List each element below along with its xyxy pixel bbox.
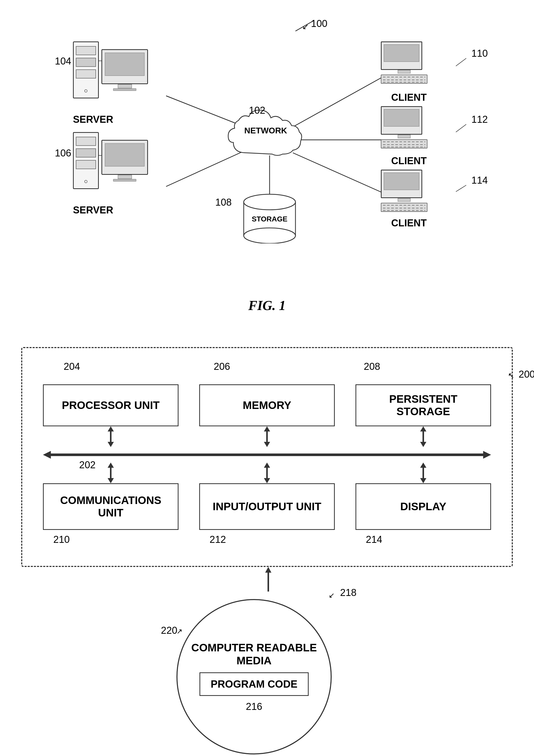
svg-text:STORAGE: STORAGE	[252, 215, 288, 223]
client-112	[381, 106, 427, 148]
program-code-box: PROGRAM CODE	[199, 672, 309, 696]
svg-line-13	[456, 185, 466, 192]
arrow-100: ↙	[302, 22, 309, 31]
fig1-label: FIG. 1	[215, 298, 319, 313]
svg-marker-24	[264, 442, 270, 447]
ref-110: 110	[471, 48, 488, 59]
svg-marker-20	[108, 426, 114, 431]
fig2-dashed-box: 200 ↖ 202 204 206 208	[21, 347, 513, 567]
lower-blocks: COMMUNICATIONS UNIT INPUT/OUTPUT UNIT DI…	[43, 483, 491, 530]
svg-marker-23	[264, 426, 270, 431]
ref-108: 108	[215, 197, 232, 208]
communications-unit-block: COMMUNICATIONS UNIT	[43, 483, 179, 530]
arrow-to-crmedia	[21, 567, 513, 594]
crmedia-circle: 218 ↙ COMPUTER READABLE MEDIA PROGRAM CO…	[176, 599, 332, 754]
storage: STORAGE	[239, 192, 301, 245]
display-block: DISPLAY	[355, 483, 491, 530]
svg-marker-41	[265, 567, 271, 573]
fig2-diagram: 200 ↖ 202 204 206 208	[21, 347, 513, 756]
ref-216: 216	[246, 701, 262, 712]
svg-point-16	[244, 194, 295, 210]
io-unit-block: INPUT/OUTPUT UNIT	[199, 483, 335, 530]
ref-212: 212	[199, 534, 335, 545]
svg-line-12	[456, 124, 466, 132]
ref-210: 210	[43, 534, 179, 545]
fig1-diagram: 100 ↙	[21, 15, 513, 326]
arrow-218-indicator: ↙	[329, 591, 335, 600]
ref-208: 208	[364, 361, 380, 372]
server-104	[73, 41, 148, 98]
ref-218: 218	[340, 587, 357, 598]
svg-point-17	[244, 228, 295, 243]
client-114	[381, 170, 427, 212]
ref-102: 102	[249, 105, 265, 116]
arrow-bus-display	[418, 463, 428, 483]
ref-200: 200	[519, 369, 534, 380]
ref-114: 114	[471, 175, 488, 186]
ref-204: 204	[64, 361, 80, 372]
arrow-220-indicator: ↗	[176, 627, 182, 635]
upper-arrows	[43, 426, 491, 447]
upper-blocks: PROCESSOR UNIT MEMORY PERSISTENT STORAGE	[43, 384, 491, 426]
ref-106: 106	[55, 148, 71, 159]
bus-arrow	[43, 447, 491, 463]
svg-marker-32	[108, 463, 114, 468]
arrow-bus-io	[262, 463, 272, 483]
ref-104: 104	[55, 56, 71, 67]
persistent-storage-block: PERSISTENT STORAGE	[355, 384, 491, 426]
ref-100: 100	[311, 18, 327, 29]
arrow-200: ↖	[508, 371, 514, 380]
svg-marker-30	[483, 451, 491, 459]
memory-block: MEMORY	[199, 384, 335, 426]
svg-marker-26	[420, 426, 426, 431]
arrow-crmedia-up	[263, 567, 273, 593]
client-110	[381, 41, 427, 84]
lower-refs: 210 212 214	[43, 534, 491, 545]
ref-214: 214	[355, 534, 491, 545]
svg-marker-38	[420, 463, 426, 468]
client3-label: CLIENT	[391, 218, 427, 229]
network-cloud: NETWORK	[226, 106, 308, 164]
svg-marker-29	[43, 451, 51, 459]
arrow-persistent-bus	[418, 426, 428, 447]
arrow-memory-bus	[262, 426, 272, 447]
arrow-processor-bus	[106, 426, 116, 447]
arrow-bus-comm	[106, 463, 116, 483]
crmedia-label: COMPUTER READABLE MEDIA	[177, 641, 331, 667]
client1-label: CLIENT	[391, 92, 427, 103]
svg-marker-35	[264, 463, 270, 468]
server1-label: SERVER	[73, 114, 113, 125]
lower-arrows	[43, 463, 491, 483]
svg-marker-27	[420, 442, 426, 447]
ref-220: 220	[161, 625, 177, 636]
svg-marker-39	[420, 478, 426, 483]
svg-text:NETWORK: NETWORK	[244, 126, 287, 135]
client2-label: CLIENT	[391, 155, 427, 167]
svg-line-11	[456, 58, 466, 66]
svg-marker-36	[264, 478, 270, 483]
server-106	[73, 132, 148, 189]
svg-marker-21	[108, 442, 114, 447]
crmedia-section: 220 ↗ 218 ↙ COMPUTER READABLE MEDIA PROG…	[21, 599, 513, 754]
ref-206: 206	[214, 361, 230, 372]
bus-row	[43, 447, 491, 463]
server2-label: SERVER	[73, 204, 113, 216]
processor-unit-block: PROCESSOR UNIT	[43, 384, 179, 426]
ref-112: 112	[471, 114, 488, 125]
svg-marker-33	[108, 478, 114, 483]
